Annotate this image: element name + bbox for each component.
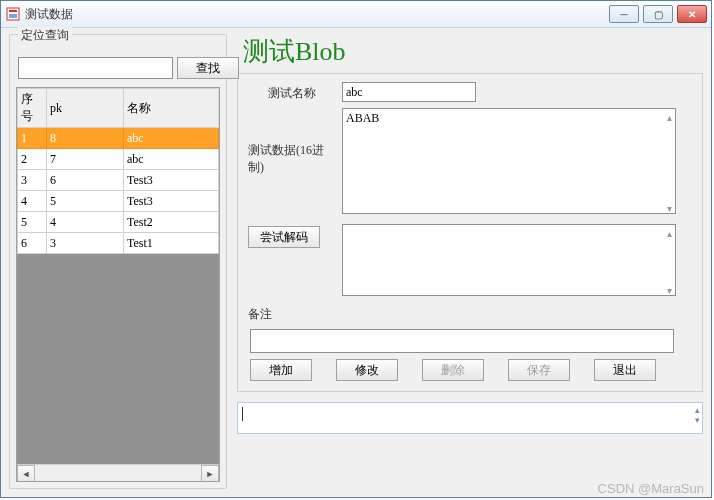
grid-table: 序号 pk 名称 18abc27abc36Test345Test354Test2… — [17, 88, 219, 254]
search-group-label: 定位查询 — [18, 27, 72, 44]
form-area: 测试名称 测试数据(16进制) ABAB ▴ ▾ 尝试解码 — [237, 73, 703, 392]
cell-seq[interactable]: 5 — [18, 212, 47, 233]
save-button[interactable]: 保存 — [508, 359, 570, 381]
search-button[interactable]: 查找 — [177, 57, 239, 79]
decode-textarea[interactable] — [342, 224, 676, 296]
watermark: CSDN @MaraSun — [598, 481, 704, 496]
cell-pk[interactable]: 6 — [47, 170, 124, 191]
cell-pk[interactable]: 5 — [47, 191, 124, 212]
maximize-button[interactable]: ▢ — [643, 5, 673, 23]
window: 测试数据 ─ ▢ ✕ 定位查询 查找 序号 pk — [0, 0, 712, 498]
right-panel: 测试Blob 测试名称 测试数据(16进制) ABAB ▴ ▾ 尝试解码 — [237, 34, 703, 489]
search-input[interactable] — [18, 57, 173, 79]
cell-seq[interactable]: 4 — [18, 191, 47, 212]
cell-name[interactable]: Test1 — [124, 233, 219, 254]
remark-label: 备注 — [248, 306, 336, 323]
cell-name[interactable]: Test2 — [124, 212, 219, 233]
client-area: 定位查询 查找 序号 pk 名称 18abc27abc36Test345Test… — [1, 28, 711, 497]
cell-seq[interactable]: 6 — [18, 233, 47, 254]
table-row[interactable]: 27abc — [18, 149, 219, 170]
col-pk[interactable]: pk — [47, 89, 124, 128]
titlebar: 测试数据 ─ ▢ ✕ — [1, 1, 711, 28]
left-panel: 定位查询 查找 序号 pk 名称 18abc27abc36Test345Test… — [9, 34, 227, 489]
cell-pk[interactable]: 8 — [47, 128, 124, 149]
table-row[interactable]: 63Test1 — [18, 233, 219, 254]
scroll-right-icon[interactable]: ► — [201, 465, 219, 482]
table-row[interactable]: 45Test3 — [18, 191, 219, 212]
minimize-button[interactable]: ─ — [609, 5, 639, 23]
cell-pk[interactable]: 4 — [47, 212, 124, 233]
grid-hscroll[interactable]: ◄ ► — [17, 464, 219, 481]
name-label: 测试名称 — [248, 82, 336, 102]
cell-pk[interactable]: 3 — [47, 233, 124, 254]
page-title: 测试Blob — [243, 34, 703, 69]
col-seq[interactable]: 序号 — [18, 89, 47, 128]
hex-data-textarea[interactable]: ABAB — [342, 108, 676, 214]
scroll-left-icon[interactable]: ◄ — [17, 465, 35, 482]
search-groupbox: 定位查询 查找 序号 pk 名称 18abc27abc36Test345Test… — [9, 34, 227, 489]
window-title: 测试数据 — [25, 6, 609, 23]
table-row[interactable]: 18abc — [18, 128, 219, 149]
exit-button[interactable]: 退出 — [594, 359, 656, 381]
edit-button[interactable]: 修改 — [336, 359, 398, 381]
cell-name[interactable]: abc — [124, 128, 219, 149]
table-row[interactable]: 54Test2 — [18, 212, 219, 233]
scroll-up-icon: ▴ — [695, 405, 700, 415]
caret-icon — [242, 407, 243, 421]
status-textbox[interactable]: ▴ ▾ — [237, 402, 703, 434]
close-button[interactable]: ✕ — [677, 5, 707, 23]
cell-name[interactable]: abc — [124, 149, 219, 170]
cell-pk[interactable]: 7 — [47, 149, 124, 170]
cell-seq[interactable]: 2 — [18, 149, 47, 170]
svg-rect-2 — [9, 14, 17, 18]
remark-input[interactable] — [250, 329, 674, 353]
table-row[interactable]: 36Test3 — [18, 170, 219, 191]
name-input[interactable] — [342, 82, 476, 102]
cell-seq[interactable]: 1 — [18, 128, 47, 149]
data-grid[interactable]: 序号 pk 名称 18abc27abc36Test345Test354Test2… — [16, 87, 220, 482]
data-label: 测试数据(16进制) — [248, 108, 336, 176]
delete-button[interactable]: 删除 — [422, 359, 484, 381]
svg-rect-1 — [9, 10, 17, 12]
cell-name[interactable]: Test3 — [124, 170, 219, 191]
app-icon — [5, 6, 21, 22]
scroll-down-icon: ▾ — [695, 415, 700, 425]
add-button[interactable]: 增加 — [250, 359, 312, 381]
cell-seq[interactable]: 3 — [18, 170, 47, 191]
cell-name[interactable]: Test3 — [124, 191, 219, 212]
decode-button[interactable]: 尝试解码 — [248, 226, 320, 248]
col-name[interactable]: 名称 — [124, 89, 219, 128]
